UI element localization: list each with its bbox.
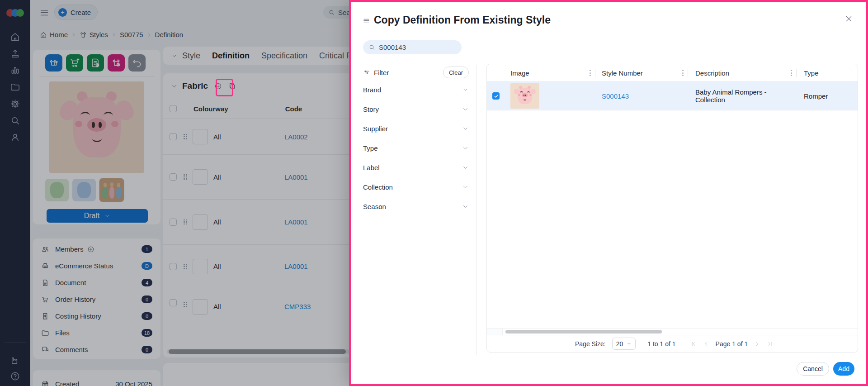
first-page-icon[interactable] bbox=[690, 341, 697, 347]
column-label: Image bbox=[510, 69, 529, 77]
chevron-down-icon bbox=[462, 125, 469, 132]
filter-group-label: Label bbox=[363, 164, 380, 172]
screen: + Create Sea Home Styles S00775 Definiti… bbox=[0, 0, 868, 386]
image-column-header[interactable]: Image bbox=[505, 64, 595, 81]
clear-filters-button[interactable]: Clear bbox=[443, 67, 469, 78]
chevron-down-icon bbox=[462, 145, 469, 152]
table-footer: Page Size: 20 1 to 1 of 1 Page 1 of 1 bbox=[487, 335, 858, 352]
filter-icon bbox=[363, 69, 370, 76]
page-size-select[interactable]: 20 bbox=[612, 338, 636, 350]
modal-search-value: S000143 bbox=[379, 43, 406, 51]
chevron-down-icon bbox=[627, 341, 632, 346]
filter-group-label: Season bbox=[363, 203, 386, 210]
filter-group-brand[interactable]: Brand bbox=[363, 80, 469, 100]
column-label: Type bbox=[804, 69, 819, 77]
table-scroll-row bbox=[487, 328, 858, 335]
horizontal-scrollbar-thumb[interactable] bbox=[505, 330, 662, 334]
column-label: Description bbox=[695, 69, 729, 77]
style-row-image[interactable] bbox=[510, 83, 539, 109]
chevron-down-icon bbox=[462, 184, 469, 191]
row-style-number-cell: S000143 bbox=[595, 82, 688, 110]
row-description-cell: Baby Animal Rompers - Collection bbox=[688, 82, 797, 110]
filter-group-label: Story bbox=[363, 105, 379, 113]
filter-group-label: Supplier bbox=[363, 125, 388, 133]
panel-divider bbox=[476, 65, 476, 355]
filter-group-label: Collection bbox=[363, 183, 393, 191]
result-row[interactable]: S000143 Baby Animal Rompers - Collection… bbox=[487, 82, 858, 110]
chevron-down-icon bbox=[462, 86, 469, 93]
description-column-header[interactable]: Description bbox=[688, 64, 797, 81]
style-number-link[interactable]: S000143 bbox=[602, 92, 629, 100]
filter-group-supplier[interactable]: Supplier bbox=[363, 119, 469, 138]
row-image-cell bbox=[505, 82, 595, 110]
filter-header: Filter Clear bbox=[363, 67, 469, 78]
column-menu-icon[interactable] bbox=[682, 70, 688, 76]
filter-group-season[interactable]: Season bbox=[363, 197, 469, 216]
filter-groups: Brand Story Supplier Type Label Collecti… bbox=[363, 80, 469, 216]
row-checkbox-cell bbox=[487, 82, 505, 110]
row-checkbox-checked[interactable] bbox=[492, 92, 500, 100]
next-page-icon[interactable] bbox=[754, 341, 760, 347]
last-page-icon[interactable] bbox=[767, 341, 773, 347]
row-type-cell: Romper bbox=[797, 82, 858, 110]
results-table-header: Image Style Number Description Type bbox=[487, 64, 858, 82]
previous-page-icon[interactable] bbox=[703, 341, 709, 347]
chevron-down-icon bbox=[462, 106, 469, 113]
chevron-down-icon bbox=[462, 164, 469, 171]
description-value: Baby Animal Rompers - Collection bbox=[695, 88, 797, 104]
modal-title: Copy Definition From Existing Style bbox=[374, 14, 551, 26]
annotation-highlight-copy-icon bbox=[216, 79, 233, 96]
pinned-column-track bbox=[487, 329, 503, 335]
column-menu-icon[interactable] bbox=[791, 70, 796, 76]
modal-search-input[interactable]: S000143 bbox=[363, 40, 462, 54]
style-number-column-header[interactable]: Style Number bbox=[595, 64, 688, 81]
type-column-header[interactable]: Type bbox=[797, 64, 858, 81]
filter-group-label[interactable]: Label bbox=[363, 158, 469, 177]
page-text: Page 1 of 1 bbox=[716, 340, 748, 348]
range-text: 1 to 1 of 1 bbox=[647, 340, 675, 348]
filter-group-label: Brand bbox=[363, 86, 381, 94]
filter-group-type[interactable]: Type bbox=[363, 138, 469, 158]
cancel-button[interactable]: Cancel bbox=[797, 362, 829, 376]
styles-results-table: Image Style Number Description Type bbox=[486, 64, 858, 353]
page-size-value: 20 bbox=[616, 340, 623, 348]
checkbox-column-header bbox=[487, 64, 505, 81]
type-value: Romper bbox=[804, 92, 828, 100]
filter-group-collection[interactable]: Collection bbox=[363, 177, 469, 197]
page-size-label: Page Size: bbox=[575, 340, 606, 348]
drag-lines-icon bbox=[363, 17, 370, 24]
copy-definition-modal: Copy Definition From Existing Style S000… bbox=[349, 0, 868, 386]
filter-group-story[interactable]: Story bbox=[363, 100, 469, 119]
pagination: Page Size: 20 1 to 1 of 1 Page 1 of 1 bbox=[575, 338, 773, 350]
column-label: Style Number bbox=[602, 69, 643, 77]
search-icon bbox=[368, 44, 375, 51]
filter-label: Filter bbox=[374, 69, 389, 76]
filter-group-label: Type bbox=[363, 144, 378, 152]
column-menu-icon[interactable] bbox=[590, 70, 595, 76]
add-button[interactable]: Add bbox=[833, 362, 854, 376]
close-icon[interactable] bbox=[844, 14, 853, 23]
chevron-down-icon bbox=[462, 203, 469, 210]
results-empty-area bbox=[487, 110, 858, 328]
